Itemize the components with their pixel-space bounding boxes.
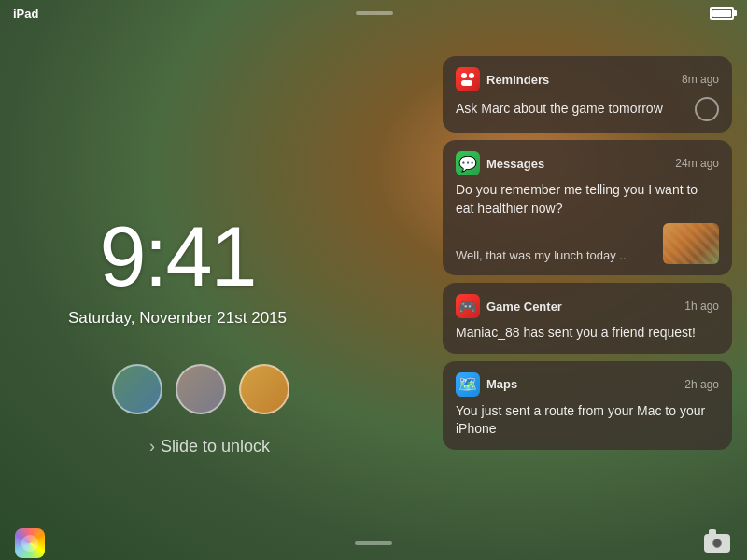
avatar[interactable] bbox=[176, 364, 226, 414]
clock-area: 9:41 Saturday, November 21st 2015 bbox=[0, 209, 355, 328]
reminders-app-icon bbox=[456, 67, 480, 91]
maps-time: 2h ago bbox=[684, 378, 719, 391]
status-bar: iPad bbox=[0, 0, 747, 26]
slide-to-unlock[interactable]: › Slide to unlock bbox=[149, 437, 270, 456]
slide-label: Slide to unlock bbox=[161, 437, 270, 456]
avatar[interactable] bbox=[239, 364, 289, 414]
bottom-bar bbox=[0, 526, 747, 560]
gamecenter-app-icon: 🎮 bbox=[456, 294, 480, 318]
camera-icon[interactable] bbox=[702, 530, 732, 556]
notification-reminders[interactable]: Reminders 8m ago Ask Marc about the game… bbox=[443, 56, 732, 133]
clock-date: Saturday, November 21st 2015 bbox=[0, 309, 355, 328]
slide-chevron-icon: › bbox=[149, 437, 155, 456]
messages-time: 24m ago bbox=[675, 157, 719, 170]
maps-app-name: Maps bbox=[486, 377, 517, 391]
reminders-body: Ask Marc about the game tomorrow bbox=[456, 100, 663, 119]
reminder-complete-circle[interactable] bbox=[695, 97, 719, 121]
avatar[interactable] bbox=[112, 364, 162, 414]
gamecenter-time: 1h ago bbox=[684, 300, 719, 313]
messages-bubble-icon: 💬 bbox=[458, 155, 477, 173]
notification-messages[interactable]: 💬 Messages 24m ago Do you remember me te… bbox=[443, 140, 732, 275]
maps-body: You just sent a route from your Mac to y… bbox=[456, 402, 719, 439]
notification-gamecenter[interactable]: 🎮 Game Center 1h ago Maniac_88 has sent … bbox=[443, 283, 732, 354]
maps-app-icon: 🗺️ bbox=[456, 372, 480, 397]
reminders-app-name: Reminders bbox=[486, 73, 549, 87]
device-name: iPad bbox=[13, 7, 38, 21]
battery-icon bbox=[710, 7, 734, 20]
messages-body-secondary: Well, that was my lunch today .. bbox=[456, 247, 627, 264]
notifications-panel: Reminders 8m ago Ask Marc about the game… bbox=[443, 56, 732, 450]
avatars-row bbox=[112, 364, 289, 414]
reminders-time: 8m ago bbox=[682, 73, 719, 86]
battery-fill bbox=[712, 10, 731, 17]
messages-food-thumbnail bbox=[663, 223, 719, 264]
gamecenter-icon: 🎮 bbox=[458, 298, 477, 315]
top-handle bbox=[356, 11, 393, 15]
messages-app-icon: 💬 bbox=[456, 151, 480, 175]
photos-icon[interactable] bbox=[15, 528, 45, 558]
maps-icon: 🗺️ bbox=[458, 375, 477, 393]
clock-time: 9:41 bbox=[0, 209, 355, 305]
bottom-handle bbox=[355, 541, 392, 545]
gamecenter-app-name: Game Center bbox=[486, 300, 562, 314]
gamecenter-body: Maniac_88 has sent you a friend request! bbox=[456, 324, 719, 343]
messages-body-main: Do you remember me telling you I want to… bbox=[456, 181, 719, 217]
notification-maps[interactable]: 🗺️ Maps 2h ago You just sent a route fro… bbox=[443, 361, 732, 450]
messages-app-name: Messages bbox=[486, 157, 544, 171]
